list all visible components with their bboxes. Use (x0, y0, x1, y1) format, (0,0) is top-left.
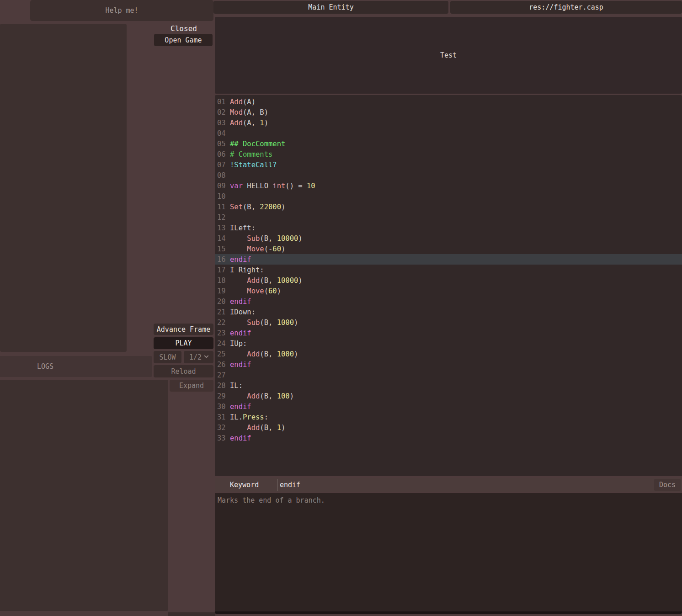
reload-button[interactable]: Reload (154, 365, 213, 377)
code-line[interactable]: 32 Add(B, 1) (215, 422, 682, 433)
code-text: IL: (230, 382, 243, 390)
code-line[interactable]: 25 Add(B, 1000) (215, 349, 682, 359)
code-line[interactable]: 31IL.Press: (215, 412, 682, 422)
line-number: 14 (217, 234, 226, 243)
code-text: !StateCall? (230, 161, 277, 169)
line-number: 06 (217, 150, 226, 159)
code-line[interactable]: 20endif (215, 296, 682, 307)
app-root: { "left": { "help_button": "Help me!", "… (0, 0, 682, 616)
line-number: 33 (217, 434, 226, 442)
preview-test-label: Test (440, 51, 457, 59)
open-game-button[interactable]: Open Game (154, 34, 213, 46)
code-text: Add(B, 100) (230, 392, 294, 400)
code-line[interactable]: 17I Right: (215, 265, 682, 275)
code-text: # Comments (230, 150, 272, 159)
advance-frame-button[interactable]: Advance Frame (154, 324, 213, 335)
line-number: 24 (217, 340, 226, 348)
speed-dropdown[interactable]: 1/2 (184, 351, 213, 363)
code-line[interactable]: 22 Sub(B, 1000) (215, 317, 682, 328)
line-number: 03 (217, 119, 226, 127)
code-line[interactable]: 10 (215, 191, 682, 202)
code-text: endif (230, 329, 251, 337)
code-text: Move(-60) (230, 245, 285, 253)
line-number: 01 (217, 98, 226, 106)
line-number: 08 (217, 171, 226, 180)
speed-dropdown-value: 1/2 (189, 353, 202, 361)
help-button[interactable]: Help me! (30, 0, 213, 21)
line-number: 12 (217, 213, 226, 222)
docs-text: Marks the end of a branch. (218, 496, 325, 504)
code-text: Add(A, 1) (230, 119, 268, 127)
code-line[interactable]: 14 Sub(B, 10000) (215, 233, 682, 244)
code-line[interactable]: 04 (215, 128, 682, 138)
code-text: IUp: (230, 340, 247, 348)
line-number: 29 (217, 392, 226, 400)
code-line[interactable]: 08 (215, 170, 682, 181)
code-line[interactable]: 13ILeft: (215, 223, 682, 233)
statusbar-divider (277, 479, 277, 491)
line-number: 25 (217, 350, 226, 358)
code-text: Sub(B, 1000) (230, 319, 298, 327)
panel-edge (168, 612, 215, 616)
code-line[interactable]: 06# Comments (215, 149, 682, 159)
code-text: Add(B, 1) (230, 424, 285, 432)
code-line[interactable]: 15 Move(-60) (215, 244, 682, 254)
code-text: Sub(B, 10000) (230, 234, 303, 243)
slow-button[interactable]: SLOW (154, 351, 181, 363)
code-text: endif (230, 403, 251, 411)
code-line[interactable]: 30endif (215, 401, 682, 412)
code-line[interactable]: 29 Add(B, 100) (215, 391, 682, 401)
code-line[interactable]: 27 (215, 370, 682, 380)
tab-file-fighter-casp[interactable]: res://fighter.casp (450, 1, 682, 14)
line-number: 18 (217, 276, 226, 285)
code-text: var HELLO int() = 10 (230, 182, 315, 190)
code-line[interactable]: 02Mod(A, B) (215, 107, 682, 117)
code-line[interactable]: 07!StateCall? (215, 159, 682, 170)
side-preview-panel (0, 24, 127, 352)
line-number: 20 (217, 297, 226, 306)
code-line[interactable]: 19 Move(60) (215, 286, 682, 296)
code-line[interactable]: 16endif (215, 254, 682, 265)
chevron-down-icon (204, 354, 209, 358)
code-text: Add(A) (230, 98, 256, 106)
logs-header: LOGS (0, 356, 152, 377)
code-line[interactable]: 05## DocComment (215, 138, 682, 149)
line-number: 28 (217, 382, 226, 390)
line-number: 22 (217, 319, 226, 327)
line-number: 21 (217, 308, 226, 316)
code-editor[interactable]: 01Add(A)02Mod(A, B)03Add(A, 1)0405## Doc… (215, 95, 682, 476)
expand-button[interactable]: Expand (170, 380, 213, 392)
code-text: IDown: (230, 308, 256, 316)
line-number: 10 (217, 192, 226, 201)
code-line[interactable]: 23endif (215, 328, 682, 338)
code-text: I Right: (230, 266, 264, 274)
code-text: ## DocComment (230, 140, 285, 148)
code-text: IL.Press: (230, 413, 268, 421)
logs-header-label: LOGS (37, 362, 53, 371)
code-text: endif (230, 434, 251, 442)
code-line[interactable]: 24IUp: (215, 338, 682, 349)
line-number: 13 (217, 224, 226, 232)
code-text: Mod(A, B) (230, 108, 268, 117)
keyword-statusbar: Keyword endif Docs (215, 478, 682, 492)
line-number: 15 (217, 245, 226, 253)
keyword-value: endif (280, 478, 300, 492)
code-line[interactable]: 33endif (215, 433, 682, 443)
code-line[interactable]: 18 Add(B, 10000) (215, 275, 682, 286)
line-number: 16 (217, 255, 226, 264)
code-line[interactable]: 03Add(A, 1) (215, 117, 682, 128)
keyword-kind-label: Keyword (230, 478, 259, 492)
code-line[interactable]: 09var HELLO int() = 10 (215, 181, 682, 191)
docs-button[interactable]: Docs (654, 479, 681, 491)
code-line[interactable]: 12 (215, 212, 682, 223)
code-line[interactable]: 11Set(B, 22000) (215, 202, 682, 212)
code-line[interactable]: 28IL: (215, 380, 682, 391)
tab-main-entity[interactable]: Main Entity (213, 1, 448, 14)
code-line[interactable]: 21IDown: (215, 307, 682, 317)
code-text: endif (230, 255, 251, 264)
code-line[interactable]: 01Add(A) (215, 96, 682, 107)
play-button[interactable]: PLAY (154, 337, 213, 349)
code-line[interactable]: 26endif (215, 359, 682, 370)
line-number: 17 (217, 266, 226, 274)
line-number: 02 (217, 108, 226, 117)
